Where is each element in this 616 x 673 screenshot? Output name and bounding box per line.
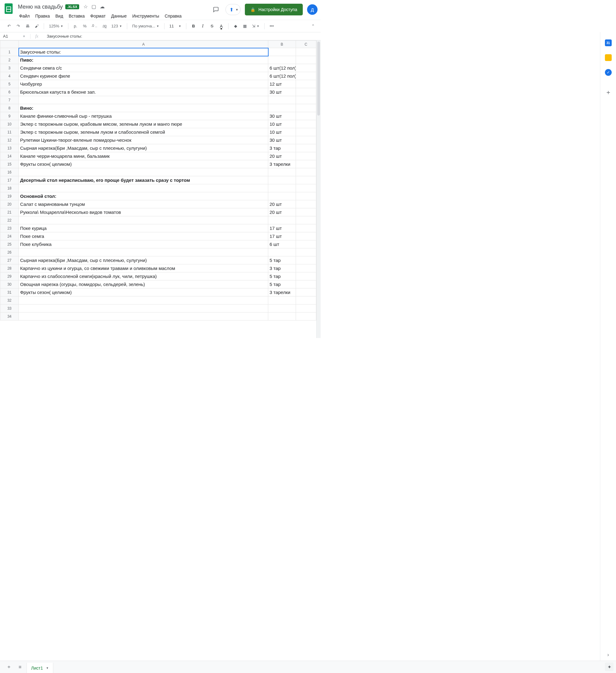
cell[interactable]: Сендвичи семга с/с — [19, 64, 268, 72]
cell[interactable] — [296, 112, 316, 120]
more-formats-button[interactable]: 123▼ — [110, 24, 124, 28]
row-header[interactable]: 16 — [0, 168, 19, 176]
cell[interactable] — [268, 216, 296, 224]
cell[interactable] — [296, 120, 316, 128]
cell[interactable] — [296, 136, 316, 144]
menu-инструменты[interactable]: Инструменты — [130, 12, 162, 20]
row-header[interactable]: 34 — [0, 312, 19, 320]
row-header[interactable]: 25 — [0, 240, 19, 248]
row-header[interactable]: 3 — [0, 64, 19, 72]
cell[interactable] — [268, 248, 296, 256]
sheets-logo-icon[interactable] — [2, 2, 15, 15]
cell[interactable]: 6 шт — [268, 240, 296, 248]
comments-icon[interactable] — [211, 4, 221, 15]
row-header[interactable]: 28 — [0, 264, 19, 272]
cell[interactable] — [268, 192, 296, 200]
cell[interactable] — [268, 176, 296, 184]
cell[interactable]: Овощная нарезка (огурцы, помидоры, сельд… — [19, 280, 268, 288]
cell[interactable] — [19, 168, 268, 176]
cell[interactable]: 20 шт — [268, 208, 296, 216]
present-button[interactable]: ⬆ ▼ — [226, 4, 241, 15]
cell[interactable] — [296, 176, 316, 184]
cell[interactable]: 30 шт — [268, 112, 296, 120]
cell[interactable]: Рулетики Цукини-творог-вяленые помидоры-… — [19, 136, 268, 144]
cell[interactable] — [19, 248, 268, 256]
cell[interactable] — [296, 80, 316, 88]
print-button[interactable]: 🖶 — [23, 22, 31, 30]
zoom-select[interactable]: 125%▼ — [47, 24, 65, 28]
text-color-button[interactable]: A — [217, 22, 225, 30]
cell[interactable] — [296, 272, 316, 280]
merge-cells-button[interactable]: ⇲▼ — [250, 24, 261, 28]
row-header[interactable]: 24 — [0, 232, 19, 240]
paint-format-button[interactable]: 🖌 — [33, 22, 41, 30]
cloud-icon[interactable]: ☁ — [100, 4, 105, 9]
cell[interactable] — [268, 312, 296, 320]
cell[interactable] — [19, 216, 268, 224]
cell[interactable] — [296, 192, 316, 200]
cell[interactable] — [296, 104, 316, 112]
row-header[interactable]: 5 — [0, 80, 19, 88]
cell[interactable]: 30 шт — [268, 136, 296, 144]
cell[interactable]: Канапе финики-сливочный сыр - петрушка — [19, 112, 268, 120]
cell[interactable] — [296, 144, 316, 152]
cell[interactable] — [268, 168, 296, 176]
cell[interactable] — [296, 304, 316, 312]
cell[interactable] — [296, 288, 316, 296]
cell[interactable]: Карпаччо из цукини и огурца, со свежими … — [19, 264, 268, 272]
cell[interactable] — [296, 240, 316, 248]
cell[interactable] — [296, 160, 316, 168]
bold-button[interactable]: B — [190, 22, 198, 30]
cell[interactable] — [296, 312, 316, 320]
row-header[interactable]: 2 — [0, 56, 19, 64]
menu-правка[interactable]: Правка — [33, 12, 52, 20]
row-header[interactable]: 20 — [0, 200, 19, 208]
cell[interactable] — [296, 48, 316, 56]
cell[interactable]: Карпаччо из слабосоленой семги(красный л… — [19, 272, 268, 280]
undo-button[interactable]: ↶ — [5, 22, 13, 30]
name-box[interactable]: A1 — [0, 34, 18, 38]
cell[interactable]: Основной стол: — [19, 192, 268, 200]
row-header[interactable]: 33 — [0, 304, 19, 312]
menu-вставка[interactable]: Вставка — [66, 12, 87, 20]
cell[interactable] — [296, 168, 316, 176]
vertical-scrollbar[interactable] — [316, 40, 321, 338]
cell[interactable]: 12 шт — [268, 80, 296, 88]
cell[interactable] — [296, 128, 316, 136]
menu-справка[interactable]: Справка — [162, 12, 184, 20]
cell[interactable] — [19, 184, 268, 192]
cell[interactable]: Поке курица — [19, 224, 268, 232]
more-toolbar-button[interactable]: ••• — [268, 22, 276, 30]
cell[interactable] — [296, 96, 316, 104]
row-header[interactable]: 8 — [0, 104, 19, 112]
menu-формат[interactable]: Формат — [88, 12, 108, 20]
cell[interactable] — [296, 88, 316, 96]
cell[interactable] — [296, 232, 316, 240]
name-box-dropdown[interactable]: ▼ — [18, 35, 30, 38]
percent-button[interactable]: % — [81, 22, 89, 30]
cell[interactable]: Брюсельская капуста в беконе зап. — [19, 88, 268, 96]
decrease-decimal-button[interactable]: .0 ← — [90, 22, 99, 30]
cell[interactable]: Фрукты сезон( целиком) — [19, 160, 268, 168]
share-settings-button[interactable]: 🔒 Настройки Доступа — [245, 4, 303, 15]
cell[interactable]: 10 шт — [268, 120, 296, 128]
row-header[interactable]: 13 — [0, 144, 19, 152]
row-header[interactable]: 22 — [0, 216, 19, 224]
row-header[interactable]: 31 — [0, 288, 19, 296]
move-icon[interactable]: ▢ — [91, 4, 96, 9]
cell[interactable]: 3 тар — [268, 264, 296, 272]
cell[interactable] — [296, 224, 316, 232]
cell[interactable]: 10 шт — [268, 128, 296, 136]
cell[interactable]: Поке клубника — [19, 240, 268, 248]
row-header[interactable]: 9 — [0, 112, 19, 120]
cell[interactable]: Салат с маринованым тунцом — [19, 200, 268, 208]
italic-button[interactable]: I — [199, 22, 207, 30]
cell[interactable] — [296, 296, 316, 304]
cell[interactable] — [268, 56, 296, 64]
account-avatar[interactable]: Д — [307, 4, 318, 15]
cell[interactable]: 5 тар — [268, 256, 296, 264]
increase-decimal-button[interactable]: .00 — [100, 22, 108, 30]
row-header[interactable]: 10 — [0, 120, 19, 128]
cell[interactable] — [268, 96, 296, 104]
cell[interactable]: 30 шт — [268, 88, 296, 96]
